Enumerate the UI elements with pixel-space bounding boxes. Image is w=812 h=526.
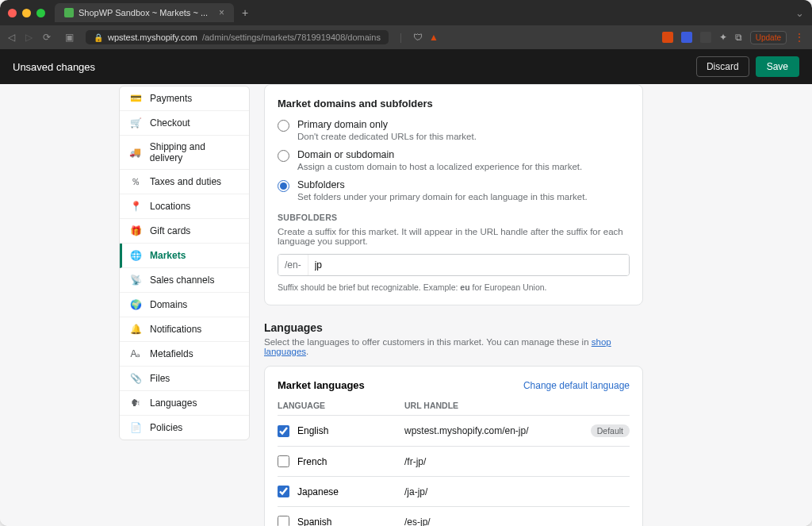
urlbar: ◁ ▷ ⟳ ▣ 🔒 wpstest.myshopify.com/admin/se… xyxy=(0,25,812,49)
url-handle: /ja-jp/ xyxy=(404,486,630,497)
sidebar-item-sales-channels[interactable]: 📡Sales channels xyxy=(120,268,249,293)
close-window-icon[interactable] xyxy=(8,9,17,17)
language-row-japanese: Japanese/ja-jp/ xyxy=(278,476,630,506)
domain-radio-0[interactable] xyxy=(278,120,289,132)
discard-button[interactable]: Discard xyxy=(696,56,749,77)
extensions-puzzle-icon[interactable]: ✦ xyxy=(719,32,727,43)
warning-icon[interactable]: ▲ xyxy=(429,32,439,43)
domain-option-2[interactable]: SubfoldersSet folders under your primary… xyxy=(278,179,630,202)
language-name: French xyxy=(297,456,404,467)
maximize-window-icon[interactable] xyxy=(36,9,45,17)
update-button[interactable]: Update xyxy=(750,31,787,44)
sidebar-item-markets[interactable]: 🌐Markets xyxy=(120,244,249,268)
domain-option-0[interactable]: Primary domain onlyDon't create dedicate… xyxy=(278,119,630,141)
sidebar-item-label: Locations xyxy=(150,201,190,212)
change-default-language-link[interactable]: Change default language xyxy=(523,380,630,391)
menu-icon[interactable]: ⋮ xyxy=(795,32,804,43)
domain-radio-1[interactable] xyxy=(278,150,289,162)
screenshot-icon[interactable]: ⧉ xyxy=(735,32,742,43)
sidebar-item-label: Payments xyxy=(150,93,192,104)
forward-button[interactable]: ▷ xyxy=(25,32,36,43)
sidebar-item-shipping-and-delivery[interactable]: 🚚Shipping and delivery xyxy=(120,136,249,170)
sidebar-item-locations[interactable]: 📍Locations xyxy=(120,194,249,219)
market-domains-card: Market domains and subfolders Primary do… xyxy=(264,84,643,305)
url-handle: wpstest.myshopify.com/en-jp/ xyxy=(404,425,591,436)
browser-tab[interactable]: ShopWP Sandbox ~ Markets ~ ... × xyxy=(55,3,234,22)
sidebar-item-label: Domains xyxy=(150,299,187,310)
url-handle: /es-jp/ xyxy=(404,516,630,527)
bell-icon: 🔔 xyxy=(129,323,142,336)
language-checkbox-french[interactable] xyxy=(278,455,289,467)
card-icon: 💳 xyxy=(129,92,142,105)
sidebar-item-label: Languages xyxy=(150,397,197,409)
back-button[interactable]: ◁ xyxy=(8,32,19,43)
domain-option-desc: Set folders under your primary domain fo… xyxy=(297,192,588,202)
sidebar-item-files[interactable]: 📎Files xyxy=(120,367,249,391)
sidebar-item-policies[interactable]: 📄Policies xyxy=(120,416,249,440)
suffix-input[interactable] xyxy=(308,255,629,275)
extension-icon-1[interactable] xyxy=(662,32,673,43)
language-row-french: French/fr-jp/ xyxy=(278,446,630,476)
chevron-down-icon[interactable]: ⌄ xyxy=(795,7,804,19)
url-handle: /fr-jp/ xyxy=(404,456,630,467)
sidebar-item-notifications[interactable]: 🔔Notifications xyxy=(120,317,249,342)
new-tab-button[interactable]: + xyxy=(242,6,248,19)
market-languages-card: Market languages Change default language… xyxy=(264,366,643,526)
sidebar-item-label: Checkout xyxy=(150,117,190,129)
language-checkbox-english[interactable] xyxy=(278,425,289,437)
language-row-english: Englishwpstest.myshopify.com/en-jp/Defau… xyxy=(278,415,630,446)
unsaved-changes-label: Unsaved changes xyxy=(13,61,95,73)
language-icon: 🗣 xyxy=(129,397,142,409)
address-bar[interactable]: 🔒 wpstest.myshopify.com/admin/settings/m… xyxy=(86,30,389,44)
languages-title: Languages xyxy=(264,321,643,334)
sidebar-item-label: Markets xyxy=(150,250,186,261)
close-tab-icon[interactable]: × xyxy=(219,7,224,18)
unsaved-changes-bar: Unsaved changes Discard Save xyxy=(0,49,812,84)
market-languages-title: Market languages xyxy=(278,379,365,391)
language-checkbox-spanish[interactable] xyxy=(278,516,289,526)
domain-option-label: Subfolders xyxy=(297,179,588,190)
sidebar-item-taxes-and-duties[interactable]: ％Taxes and duties xyxy=(120,170,249,194)
language-row-spanish: Spanish/es-jp/ xyxy=(278,506,630,526)
domain-icon: 🌍 xyxy=(129,298,142,311)
language-name: English xyxy=(297,425,404,436)
sidebar-item-languages[interactable]: 🗣Languages xyxy=(120,391,249,416)
domain-radio-2[interactable] xyxy=(278,180,289,192)
window-controls[interactable] xyxy=(8,9,45,17)
url-separator: | xyxy=(400,32,402,43)
sidebar-item-checkout[interactable]: 🛒Checkout xyxy=(120,111,249,136)
sidebar-item-label: Policies xyxy=(150,422,182,433)
domain-option-desc: Assign a custom domain to host a localiz… xyxy=(297,162,582,171)
truck-icon: 🚚 xyxy=(129,146,142,159)
policy-icon: 📄 xyxy=(129,421,142,434)
sidebar-item-label: Sales channels xyxy=(150,275,214,286)
suffix-prefix: /en- xyxy=(278,255,308,275)
metafields-icon: Aₐ xyxy=(129,347,142,360)
sidebar-item-metafields[interactable]: AₐMetafields xyxy=(120,342,249,367)
save-button[interactable]: Save xyxy=(756,56,799,77)
col-language-header: LANGUAGE xyxy=(278,401,404,410)
sidebar-item-gift-cards[interactable]: 🎁Gift cards xyxy=(120,219,249,244)
globe-icon: 🌐 xyxy=(129,249,142,262)
extension-icon-3[interactable] xyxy=(700,32,711,43)
url-path: /admin/settings/markets/7819919408/domai… xyxy=(202,33,381,42)
domain-option-desc: Don't create dedicated URLs for this mar… xyxy=(297,132,477,141)
minimize-window-icon[interactable] xyxy=(22,9,31,17)
tab-title: ShopWP Sandbox ~ Markets ~ ... xyxy=(79,8,208,17)
domains-title: Market domains and subfolders xyxy=(278,98,630,109)
extension-icon-2[interactable] xyxy=(681,32,692,43)
shield-icon[interactable]: 🛡 xyxy=(413,32,423,43)
sidebar-toggle-icon[interactable]: ▣ xyxy=(65,32,76,43)
percent-icon: ％ xyxy=(129,175,142,188)
suffix-input-group: /en- xyxy=(278,254,630,276)
reload-button[interactable]: ⟳ xyxy=(43,32,54,43)
domain-option-label: Domain or subdomain xyxy=(297,149,582,160)
sidebar-item-domains[interactable]: 🌍Domains xyxy=(120,293,249,317)
pin-icon: 📍 xyxy=(129,200,142,213)
sidebar-item-label: Metafields xyxy=(150,348,193,359)
sidebar-item-payments[interactable]: 💳Payments xyxy=(120,86,249,111)
domain-option-1[interactable]: Domain or subdomainAssign a custom domai… xyxy=(278,149,630,171)
sidebar-item-label: Notifications xyxy=(150,324,201,335)
language-checkbox-japanese[interactable] xyxy=(278,486,289,497)
titlebar: ShopWP Sandbox ~ Markets ~ ... × + ⌄ xyxy=(0,0,812,25)
